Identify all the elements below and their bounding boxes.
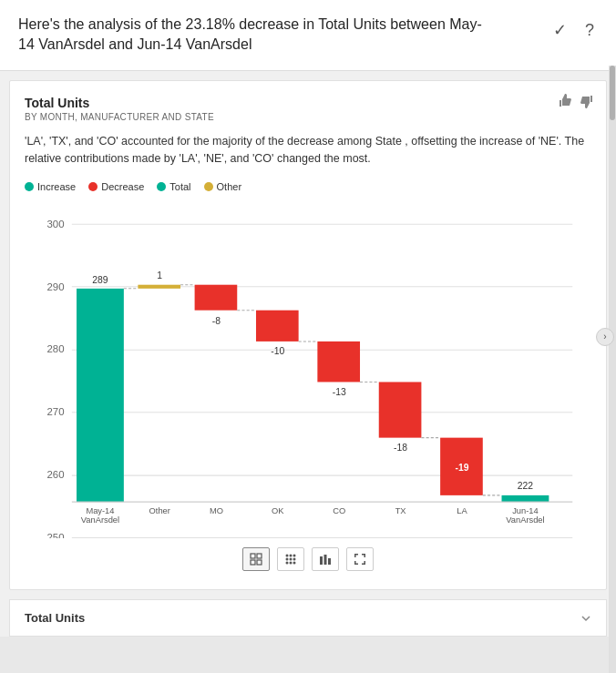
- svg-text:OK: OK: [272, 506, 284, 515]
- svg-text:Other: Other: [149, 506, 170, 515]
- svg-rect-51: [320, 556, 323, 565]
- header: Here's the analysis of the 23.18% decrea…: [0, 0, 616, 71]
- svg-text:VanArsdel: VanArsdel: [81, 515, 119, 525]
- legend-other-label: Other: [217, 181, 242, 192]
- card-title: Total Units: [25, 96, 591, 110]
- svg-text:-18: -18: [394, 443, 407, 453]
- chart-control-dots[interactable]: [277, 547, 304, 571]
- chart-svg: 300 290 280 270 260 250: [25, 201, 591, 538]
- svg-text:222: 222: [518, 481, 534, 491]
- svg-rect-38: [251, 554, 255, 558]
- chart-control-grid[interactable]: [242, 547, 270, 571]
- legend-total: Total: [157, 181, 190, 192]
- confirm-button[interactable]: ✓: [549, 18, 570, 42]
- svg-point-47: [293, 558, 296, 561]
- chart-control-expand[interactable]: [346, 547, 374, 571]
- svg-point-43: [290, 555, 293, 557]
- svg-point-49: [290, 562, 293, 565]
- svg-text:1: 1: [157, 271, 162, 281]
- legend-increase-dot: [25, 182, 34, 191]
- bottom-section: Total Units: [9, 599, 607, 637]
- svg-rect-41: [257, 560, 262, 565]
- svg-rect-40: [251, 560, 255, 565]
- legend-increase-label: Increase: [37, 181, 76, 192]
- svg-text:CO: CO: [333, 506, 345, 515]
- chart-legend: Increase Decrease Total Other: [25, 181, 591, 192]
- legend-total-dot: [157, 182, 166, 191]
- scrollbar-thumb[interactable]: [610, 66, 615, 120]
- svg-text:-10: -10: [271, 347, 284, 357]
- svg-point-46: [290, 558, 293, 561]
- card-feedback-buttons: [559, 94, 593, 112]
- thumbup-button[interactable]: [559, 94, 573, 112]
- svg-text:TX: TX: [395, 506, 407, 515]
- svg-point-42: [286, 555, 289, 557]
- chart-controls: [25, 547, 591, 575]
- chevron-right-button[interactable]: ›: [596, 328, 614, 346]
- svg-text:LA: LA: [457, 506, 467, 515]
- legend-decrease: Decrease: [88, 181, 144, 192]
- svg-point-45: [286, 558, 289, 561]
- header-actions: ✓ ?: [549, 15, 598, 42]
- svg-point-50: [293, 562, 296, 565]
- svg-text:-13: -13: [333, 387, 346, 397]
- card-description: 'LA', 'TX', and 'CO' accounted for the m…: [25, 133, 591, 168]
- bar-may14: [77, 289, 124, 502]
- bar-mo: [195, 285, 238, 311]
- svg-text:May-14: May-14: [86, 506, 114, 515]
- bar-jun14: [502, 495, 549, 502]
- expand-icon: [580, 613, 591, 624]
- svg-rect-39: [257, 554, 262, 558]
- svg-text:250: 250: [47, 532, 65, 538]
- svg-text:MO: MO: [210, 506, 223, 515]
- header-title: Here's the analysis of the 23.18% decrea…: [18, 15, 492, 56]
- legend-other: Other: [204, 181, 242, 192]
- svg-rect-53: [328, 558, 331, 565]
- svg-point-48: [286, 562, 289, 565]
- legend-increase: Increase: [25, 181, 76, 192]
- thumbdown-button[interactable]: [579, 94, 593, 112]
- legend-decrease-dot: [88, 182, 98, 191]
- legend-other-dot: [204, 182, 213, 191]
- analysis-card: Total Units BY MONTH, MANUFACTURER AND S…: [9, 80, 607, 591]
- scrollbar[interactable]: [609, 66, 616, 673]
- svg-text:-19: -19: [455, 463, 468, 473]
- bar-tx: [379, 382, 422, 438]
- svg-rect-52: [324, 555, 327, 565]
- svg-text:260: 260: [47, 469, 65, 480]
- help-button[interactable]: ?: [581, 19, 598, 42]
- bar-co: [317, 342, 360, 382]
- legend-decrease-label: Decrease: [101, 181, 144, 192]
- legend-total-label: Total: [169, 181, 190, 192]
- svg-text:270: 270: [47, 406, 65, 417]
- svg-text:280: 280: [47, 344, 65, 355]
- svg-text:VanArsdel: VanArsdel: [506, 515, 544, 525]
- svg-point-44: [293, 555, 296, 557]
- svg-text:289: 289: [92, 275, 108, 285]
- chart-control-bars[interactable]: [312, 547, 339, 571]
- bar-ok: [256, 311, 299, 342]
- svg-text:290: 290: [47, 281, 65, 292]
- bottom-title: Total Units: [25, 611, 85, 625]
- svg-text:-8: -8: [212, 317, 221, 327]
- card-subtitle: BY MONTH, MANUFACTURER AND STATE: [25, 112, 591, 122]
- svg-text:Jun-14: Jun-14: [512, 506, 539, 515]
- waterfall-chart: 300 290 280 270 260 250: [25, 201, 591, 538]
- svg-text:300: 300: [47, 219, 65, 230]
- bar-other: [138, 285, 180, 289]
